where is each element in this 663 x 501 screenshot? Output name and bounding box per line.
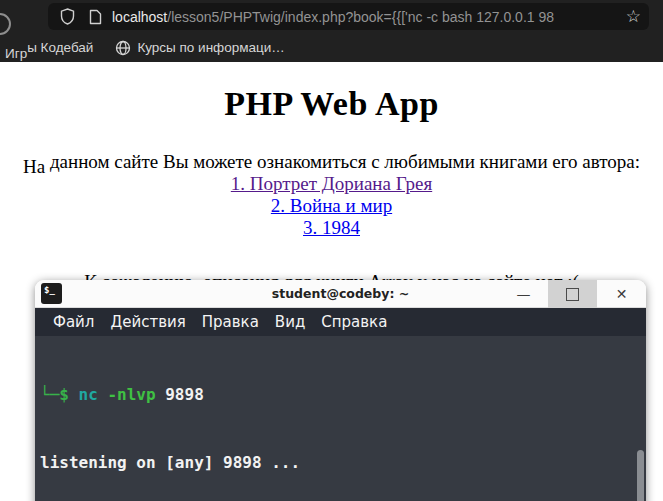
browser-toolbar: localhost/lesson5/PHPTwig/index.php?book… [0, 0, 663, 62]
url-host: localhost [112, 9, 167, 25]
shield-icon[interactable] [56, 6, 78, 28]
book-link-2[interactable]: 2. Война и мир [0, 195, 663, 217]
maximize-button[interactable] [548, 280, 597, 308]
terminal-titlebar[interactable]: $_ student@codeby: ~ — ✕ [35, 280, 646, 308]
menu-view[interactable]: Вид [267, 313, 313, 331]
window-controls: — ✕ [499, 280, 646, 308]
menu-help[interactable]: Справка [313, 313, 395, 331]
bookmark-item-igry-kodebay[interactable]: Игры Кодебай [5, 40, 93, 55]
url-path: /lesson5/PHPTwig/index.php?book={{['nc -… [167, 9, 554, 25]
bookmark-label-prefix: Игр [5, 46, 27, 61]
bookmark-label: ы Кодебай [27, 40, 93, 55]
menu-edit[interactable]: Правка [194, 313, 267, 331]
address-bar[interactable]: localhost/lesson5/PHPTwig/index.php?book… [48, 3, 649, 30]
globe-icon [115, 40, 131, 56]
menu-file[interactable]: Файл [45, 313, 102, 331]
book-link-3[interactable]: 3. 1984 [0, 217, 663, 239]
minimize-button[interactable]: — [499, 280, 548, 308]
intro-block: На данном сайте Вы можете ознакомиться с… [0, 151, 663, 239]
terminal-output[interactable]: └─$ nc -nlvp 9898 listening on [any] 989… [35, 336, 646, 501]
terminal-line: listening on [any] 9898 ... [40, 452, 646, 475]
maximize-icon [566, 288, 579, 301]
page-title: PHP Web App [0, 85, 663, 123]
clipped-toolbar-icon [0, 13, 11, 35]
terminal-command-line: └─$ nc -nlvp 9898 [40, 384, 646, 407]
bookmark-star-icon[interactable]: ☆ [626, 8, 641, 25]
url-input[interactable]: localhost/lesson5/PHPTwig/index.php?book… [112, 9, 620, 25]
book-link-1[interactable]: 1. Портрет Дориана Грея [0, 173, 663, 195]
bookmarks-bar: Игры Кодебай Курсы по информаци… [0, 33, 663, 62]
menu-actions[interactable]: Действия [102, 313, 193, 331]
terminal-scrollbar-thumb[interactable] [637, 450, 644, 501]
terminal-window: $_ student@codeby: ~ — ✕ Файл Действия П… [35, 280, 646, 501]
bookmark-label: Курсы по информаци… [137, 40, 284, 55]
terminal-menubar: Файл Действия Правка Вид Справка [35, 308, 646, 336]
bookmark-item-kursy[interactable]: Курсы по информаци… [93, 40, 284, 56]
page-info-icon[interactable] [84, 6, 106, 28]
close-button[interactable]: ✕ [597, 280, 646, 308]
